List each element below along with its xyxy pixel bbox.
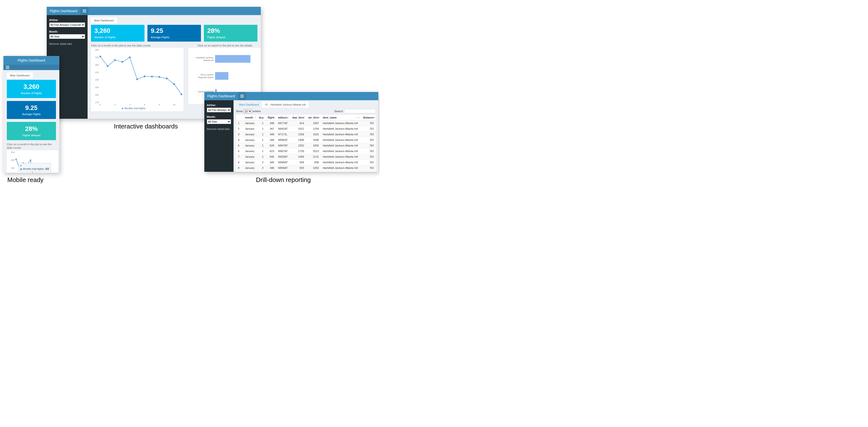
svg-text:10: 10 — [173, 103, 176, 106]
month-select[interactable]: All Year — [207, 119, 231, 124]
app-title: Flights Dashboard — [204, 94, 238, 98]
airport-chart-hint: Click on an airport in the plot to see t… — [188, 44, 261, 47]
svg-text:6: 6 — [144, 103, 145, 106]
svg-text:275: 275 — [95, 71, 99, 73]
remove-detail-tabs-link[interactable]: Remove detail tabs — [207, 127, 231, 130]
hamburger-icon[interactable] — [3, 65, 59, 70]
svg-point-20 — [122, 61, 123, 63]
hamburger-icon[interactable] — [80, 7, 89, 15]
table-row[interactable]: 8January2345N896AT558838Hartsfield Jacks… — [236, 160, 376, 165]
svg-rect-0 — [83, 9, 86, 10]
svg-text:350: 350 — [95, 49, 99, 51]
svg-text:Hartsfield Jackson: Hartsfield Jackson — [195, 56, 214, 59]
table-row[interactable]: 9January2346N895AT8251053Hartsfield Jack… — [236, 165, 376, 171]
titlebar: Flights Dashboard — [3, 56, 59, 70]
col-dest_name[interactable]: dest_name▲▼ — [321, 115, 361, 120]
svg-text:300: 300 — [95, 63, 99, 66]
valuebox-delayed: 28% Flights delayed — [7, 122, 56, 140]
svg-point-19 — [114, 59, 116, 61]
table-row[interactable]: 10January2347N997AT10201242Hartsfield Ja… — [236, 171, 376, 172]
airline-select[interactable]: AirTran Airways Corporation — [207, 108, 231, 113]
svg-point-26 — [166, 78, 167, 79]
show-entries: Show 10 entries — [236, 109, 261, 113]
main-content: Main Dashboard FL - Hartsfield Jackson A… — [234, 100, 378, 172]
delayed-value: 28% — [207, 27, 254, 34]
tab-main-dashboard[interactable]: Main Dashboard — [7, 72, 33, 78]
tab-main-dashboard[interactable]: Main Dashboard — [91, 18, 117, 23]
titlebar: Flights Dashboard — [47, 7, 261, 15]
table-row[interactable]: 6January1623N967AT17302013Hartsfield Jac… — [236, 148, 376, 154]
col-day[interactable]: day▲▼ — [257, 115, 266, 120]
valuebox-flights: 3,260 Number of Flights — [7, 80, 56, 98]
table-row[interactable]: 2January1347N942AT10211254Hartsfield Jac… — [236, 126, 376, 132]
monthly-chart-hint: Click on a month in the plot to see the … — [7, 143, 56, 150]
table-row[interactable]: 3January1348N717JL12581532Hartsfield Jac… — [236, 132, 376, 137]
tab-detail[interactable]: FL - Hartsfield Jackson Atlanta Intl — [262, 102, 309, 108]
svg-point-46 — [16, 159, 17, 160]
svg-text:Atlanta Intl: Atlanta Intl — [203, 59, 214, 62]
avg-value: 9.25 — [151, 27, 197, 34]
svg-rect-41 — [6, 67, 9, 68]
monthly-line-chart[interactable]: 1752002252502753003253500246810Monthly t… — [91, 48, 183, 111]
svg-text:4: 4 — [129, 103, 130, 106]
col-flight[interactable]: flight▲▼ — [266, 115, 276, 120]
svg-rect-60 — [240, 97, 244, 97]
valuebox-flights: 3,260 Number of Flights — [91, 25, 145, 41]
chart-tooltip: 4 Monthly total flights: 325 — [19, 163, 51, 172]
svg-point-28 — [181, 93, 182, 95]
svg-text:250: 250 — [95, 79, 99, 81]
airline-label: Airline: — [207, 104, 231, 106]
series-dot-icon — [20, 169, 22, 170]
sidebar: Airline: AirTran Airways Corporation Mon… — [204, 100, 234, 172]
svg-text:325: 325 — [95, 56, 99, 58]
month-label: Month: — [49, 30, 85, 33]
table-row[interactable]: 1January1346N977AT8141047Hartsfield Jack… — [236, 120, 376, 126]
svg-point-50 — [30, 160, 31, 161]
col-arr_time[interactable]: arr_time▲▼ — [306, 115, 321, 120]
col-month[interactable]: month▲▼ — [243, 115, 257, 120]
svg-rect-40 — [6, 66, 9, 66]
svg-text:0: 0 — [99, 103, 101, 106]
month-select[interactable]: All Year — [49, 34, 85, 39]
table-row[interactable]: 4January1349N895AT14081646Hartsfield Jac… — [236, 137, 376, 143]
svg-text:200: 200 — [95, 94, 99, 96]
svg-text:225: 225 — [95, 86, 99, 89]
svg-text:350: 350 — [11, 151, 14, 154]
tab-main-dashboard[interactable]: Main Dashboard — [236, 102, 262, 108]
svg-text:Monthly total flights: Monthly total flights — [125, 107, 146, 110]
mobile-dashboard-window: Flights Dashboard Main Dashboard 3,260 N… — [3, 56, 59, 173]
col-idx[interactable] — [236, 115, 243, 120]
svg-point-21 — [129, 56, 130, 58]
svg-rect-33 — [215, 55, 251, 63]
svg-rect-36 — [215, 72, 228, 80]
app-title: Flights Dashboard — [15, 56, 48, 65]
page-size-select[interactable]: 10 — [244, 109, 252, 113]
titlebar: Flights Dashboard — [204, 92, 378, 100]
airline-select[interactable]: AirTran Airways Corporation — [49, 22, 85, 27]
remove-detail-tabs-link[interactable]: Remove detail tabs — [49, 42, 85, 45]
col-distance[interactable]: distance▲▼ — [361, 115, 376, 120]
svg-text:175: 175 — [95, 101, 99, 104]
monthly-chart-hint: Click on a month in the plot to see the … — [91, 44, 183, 47]
svg-text:8: 8 — [159, 103, 160, 106]
delayed-label: Flights delayed — [207, 36, 254, 39]
search-input[interactable] — [344, 109, 376, 113]
col-dep_time[interactable]: dep_time▲▼ — [290, 115, 306, 120]
svg-point-23 — [144, 75, 145, 77]
hamburger-icon[interactable] — [238, 92, 246, 100]
table-row[interactable]: 5January1620N997AT15521826Hartsfield Jac… — [236, 143, 376, 148]
flights-label: Number of Flights — [94, 36, 141, 39]
table-row[interactable]: 7January1645N920AT18492131Hartsfield Jac… — [236, 154, 376, 160]
flights-value: 3,260 — [94, 27, 141, 34]
svg-point-27 — [173, 83, 175, 85]
svg-rect-42 — [6, 68, 9, 69]
svg-point-25 — [159, 76, 160, 78]
svg-point-22 — [136, 78, 138, 80]
main-content: Main Dashboard 3,260 Number of Flights 9… — [3, 70, 59, 173]
svg-rect-58 — [240, 95, 244, 95]
svg-point-18 — [107, 65, 108, 67]
col-tailnum[interactable]: tailnum▲▼ — [276, 115, 290, 120]
svg-point-17 — [99, 56, 101, 57]
svg-rect-2 — [83, 12, 86, 12]
svg-text:2: 2 — [114, 103, 116, 106]
